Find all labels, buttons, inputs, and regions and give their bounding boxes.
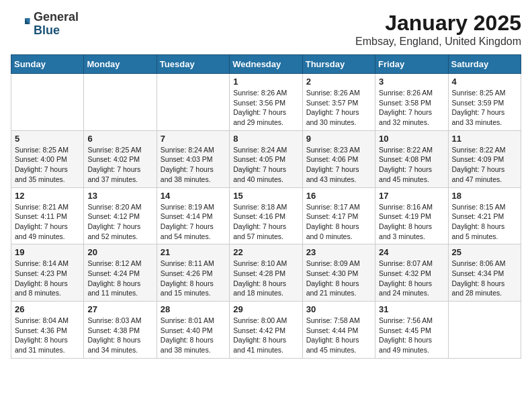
calendar-cell: 12Sunrise: 8:21 AM Sunset: 4:11 PM Dayli…	[11, 187, 84, 244]
calendar-cell: 18Sunrise: 8:15 AM Sunset: 4:21 PM Dayli…	[448, 187, 521, 244]
day-number: 14	[161, 191, 226, 201]
day-detail: Sunrise: 8:17 AM Sunset: 4:17 PM Dayligh…	[306, 202, 371, 242]
day-detail: Sunrise: 8:16 AM Sunset: 4:19 PM Dayligh…	[379, 202, 444, 242]
calendar-cell: 2Sunrise: 8:26 AM Sunset: 3:57 PM Daylig…	[302, 74, 375, 131]
day-number: 3	[379, 77, 444, 87]
calendar-cell	[84, 74, 157, 131]
day-header-saturday: Saturday	[448, 55, 521, 74]
calendar-cell: 25Sunrise: 8:06 AM Sunset: 4:34 PM Dayli…	[448, 244, 521, 302]
day-number: 20	[87, 247, 152, 257]
calendar-cell: 21Sunrise: 8:11 AM Sunset: 4:26 PM Dayli…	[157, 244, 229, 302]
calendar-cell: 1Sunrise: 8:26 AM Sunset: 3:56 PM Daylig…	[230, 74, 302, 131]
calendar-cell: 16Sunrise: 8:17 AM Sunset: 4:17 PM Dayli…	[302, 187, 375, 244]
day-detail: Sunrise: 8:14 AM Sunset: 4:23 PM Dayligh…	[15, 259, 80, 298]
day-number: 4	[452, 77, 517, 87]
calendar-cell	[11, 74, 84, 131]
calendar-cell: 31Sunrise: 7:56 AM Sunset: 4:45 PM Dayli…	[375, 302, 448, 359]
title-area: January 2025 Embsay, England, United Kin…	[355, 11, 521, 48]
day-detail: Sunrise: 8:20 AM Sunset: 4:12 PM Dayligh…	[87, 202, 152, 242]
day-number: 7	[161, 134, 226, 144]
calendar-cell: 28Sunrise: 8:01 AM Sunset: 4:40 PM Dayli…	[157, 302, 229, 359]
day-number: 29	[233, 304, 298, 314]
day-detail: Sunrise: 8:25 AM Sunset: 3:59 PM Dayligh…	[452, 88, 517, 128]
day-detail: Sunrise: 8:25 AM Sunset: 4:02 PM Dayligh…	[87, 145, 152, 185]
logo-blue-text: Blue	[34, 24, 79, 38]
calendar-week-1: 1Sunrise: 8:26 AM Sunset: 3:56 PM Daylig…	[11, 74, 521, 131]
day-detail: Sunrise: 8:06 AM Sunset: 4:34 PM Dayligh…	[452, 259, 517, 298]
day-number: 8	[233, 134, 298, 144]
calendar-cell: 13Sunrise: 8:20 AM Sunset: 4:12 PM Dayli…	[84, 187, 157, 244]
calendar-cell: 30Sunrise: 7:58 AM Sunset: 4:44 PM Dayli…	[302, 302, 375, 359]
day-header-thursday: Thursday	[302, 55, 375, 74]
logo: General Blue	[11, 11, 79, 38]
day-number: 13	[87, 191, 152, 201]
day-detail: Sunrise: 8:18 AM Sunset: 4:16 PM Dayligh…	[233, 202, 298, 242]
day-number: 12	[15, 191, 80, 201]
calendar-cell: 23Sunrise: 8:09 AM Sunset: 4:30 PM Dayli…	[302, 244, 375, 302]
logo-general-text: General	[34, 11, 79, 24]
day-detail: Sunrise: 8:25 AM Sunset: 4:00 PM Dayligh…	[15, 145, 80, 185]
calendar-cell: 14Sunrise: 8:19 AM Sunset: 4:14 PM Dayli…	[157, 187, 229, 244]
day-detail: Sunrise: 8:01 AM Sunset: 4:40 PM Dayligh…	[161, 316, 226, 355]
calendar-cell: 24Sunrise: 8:07 AM Sunset: 4:32 PM Dayli…	[375, 244, 448, 302]
calendar-cell: 8Sunrise: 8:24 AM Sunset: 4:05 PM Daylig…	[230, 130, 302, 187]
day-detail: Sunrise: 8:07 AM Sunset: 4:32 PM Dayligh…	[379, 259, 444, 298]
day-detail: Sunrise: 8:22 AM Sunset: 4:09 PM Dayligh…	[452, 145, 517, 185]
day-number: 26	[15, 304, 80, 314]
calendar-cell	[157, 74, 229, 131]
day-number: 30	[306, 304, 371, 314]
day-detail: Sunrise: 8:04 AM Sunset: 4:36 PM Dayligh…	[15, 316, 80, 355]
calendar-cell: 19Sunrise: 8:14 AM Sunset: 4:23 PM Dayli…	[11, 244, 84, 302]
calendar-cell: 17Sunrise: 8:16 AM Sunset: 4:19 PM Dayli…	[375, 187, 448, 244]
day-detail: Sunrise: 8:23 AM Sunset: 4:06 PM Dayligh…	[306, 145, 371, 185]
calendar-cell: 15Sunrise: 8:18 AM Sunset: 4:16 PM Dayli…	[230, 187, 302, 244]
day-number: 15	[233, 191, 298, 201]
day-number: 2	[306, 77, 371, 87]
calendar-week-4: 19Sunrise: 8:14 AM Sunset: 4:23 PM Dayli…	[11, 244, 521, 302]
day-detail: Sunrise: 8:22 AM Sunset: 4:08 PM Dayligh…	[379, 145, 444, 185]
day-number: 5	[15, 134, 80, 144]
day-detail: Sunrise: 8:26 AM Sunset: 3:58 PM Dayligh…	[379, 88, 444, 128]
calendar-cell: 26Sunrise: 8:04 AM Sunset: 4:36 PM Dayli…	[11, 302, 84, 359]
day-header-monday: Monday	[84, 55, 157, 74]
day-detail: Sunrise: 8:03 AM Sunset: 4:38 PM Dayligh…	[87, 316, 152, 355]
calendar-cell: 3Sunrise: 8:26 AM Sunset: 3:58 PM Daylig…	[375, 74, 448, 131]
day-number: 28	[161, 304, 226, 314]
day-number: 16	[306, 191, 371, 201]
day-number: 18	[452, 191, 517, 201]
day-header-friday: Friday	[375, 55, 448, 74]
day-number: 21	[161, 247, 226, 257]
calendar-cell: 9Sunrise: 8:23 AM Sunset: 4:06 PM Daylig…	[302, 130, 375, 187]
calendar-cell: 5Sunrise: 8:25 AM Sunset: 4:00 PM Daylig…	[11, 130, 84, 187]
day-number: 25	[452, 247, 517, 257]
day-number: 23	[306, 247, 371, 257]
day-number: 24	[379, 247, 444, 257]
day-detail: Sunrise: 7:58 AM Sunset: 4:44 PM Dayligh…	[306, 316, 371, 355]
day-detail: Sunrise: 8:24 AM Sunset: 4:05 PM Dayligh…	[233, 145, 298, 185]
day-number: 27	[87, 304, 152, 314]
calendar-week-3: 12Sunrise: 8:21 AM Sunset: 4:11 PM Dayli…	[11, 187, 521, 244]
calendar-week-5: 26Sunrise: 8:04 AM Sunset: 4:36 PM Dayli…	[11, 302, 521, 359]
calendar-week-2: 5Sunrise: 8:25 AM Sunset: 4:00 PM Daylig…	[11, 130, 521, 187]
calendar: SundayMondayTuesdayWednesdayThursdayFrid…	[11, 54, 521, 359]
day-number: 22	[233, 247, 298, 257]
day-number: 9	[306, 134, 371, 144]
day-detail: Sunrise: 8:26 AM Sunset: 3:57 PM Dayligh…	[306, 88, 371, 128]
logo-icon	[11, 14, 31, 34]
day-number: 1	[233, 77, 298, 87]
day-detail: Sunrise: 8:15 AM Sunset: 4:21 PM Dayligh…	[452, 202, 517, 242]
logo-text: General Blue	[34, 11, 79, 38]
calendar-cell: 29Sunrise: 8:00 AM Sunset: 4:42 PM Dayli…	[230, 302, 302, 359]
day-header-wednesday: Wednesday	[230, 55, 302, 74]
day-header-sunday: Sunday	[11, 55, 84, 74]
calendar-cell: 7Sunrise: 8:24 AM Sunset: 4:03 PM Daylig…	[157, 130, 229, 187]
day-detail: Sunrise: 8:12 AM Sunset: 4:24 PM Dayligh…	[87, 259, 152, 298]
header: General Blue January 2025 Embsay, Englan…	[11, 11, 521, 48]
day-detail: Sunrise: 8:10 AM Sunset: 4:28 PM Dayligh…	[233, 259, 298, 298]
calendar-cell: 10Sunrise: 8:22 AM Sunset: 4:08 PM Dayli…	[375, 130, 448, 187]
calendar-cell: 4Sunrise: 8:25 AM Sunset: 3:59 PM Daylig…	[448, 74, 521, 131]
calendar-header-row: SundayMondayTuesdayWednesdayThursdayFrid…	[11, 55, 521, 74]
location-title: Embsay, England, United Kingdom	[355, 36, 521, 48]
calendar-cell: 11Sunrise: 8:22 AM Sunset: 4:09 PM Dayli…	[448, 130, 521, 187]
day-detail: Sunrise: 8:00 AM Sunset: 4:42 PM Dayligh…	[233, 316, 298, 355]
